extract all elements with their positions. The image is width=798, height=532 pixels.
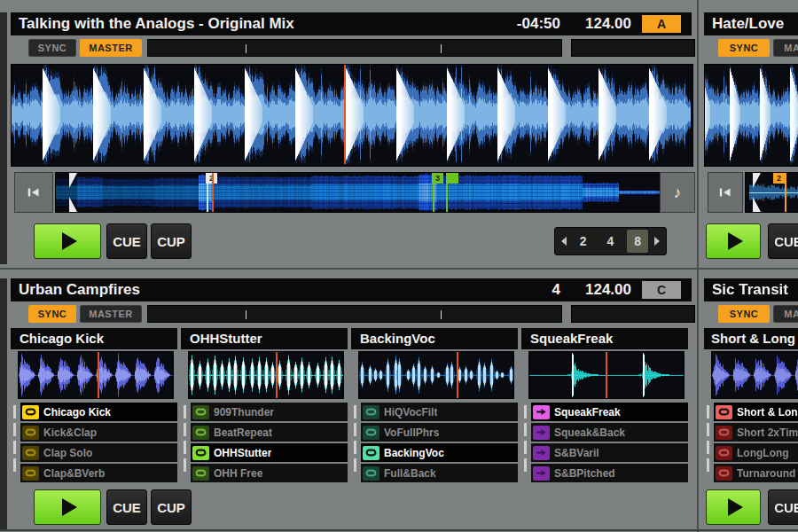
- slot-1-cell-3[interactable]: Clap Solo: [20, 443, 177, 462]
- deck-c-beat-phase-meter: [147, 305, 562, 323]
- slot-4-cell-2[interactable]: Squeak&Back: [531, 423, 688, 442]
- slot-d1-cell-2[interactable]: Short 2xTime: [714, 423, 798, 442]
- cell-volume-bar[interactable]: [13, 441, 16, 454]
- deck-b-sync-button[interactable]: SYNC: [718, 39, 770, 57]
- slot-2-volume-strip[interactable]: [181, 403, 189, 484]
- slot-3-waveform[interactable]: [359, 352, 513, 398]
- slot-d1-waveform-panel[interactable]: [711, 351, 798, 399]
- slot-3-cell-1[interactable]: HiQVocFilt: [361, 403, 518, 421]
- cell-volume-bar[interactable]: [354, 405, 356, 419]
- slot-1-volume-strip[interactable]: [11, 403, 19, 484]
- deck-c-master-button[interactable]: MASTER: [80, 305, 142, 323]
- deck-c-sync-button[interactable]: SYNC: [28, 305, 76, 323]
- cell-volume-bar[interactable]: [707, 441, 709, 454]
- deck-b-skip-to-start-button[interactable]: [708, 172, 743, 213]
- deck-b-main-waveform[interactable]: [705, 65, 798, 164]
- cell-volume-bar[interactable]: [13, 458, 16, 472]
- slot-d1-cell-4[interactable]: Turnaround: [714, 464, 798, 482]
- cell-volume-bar[interactable]: [184, 458, 186, 472]
- deck-b-play-button[interactable]: [706, 223, 761, 259]
- slot-1-waveform[interactable]: [19, 352, 173, 398]
- deck-a-beatjump-note-button[interactable]: ♪: [660, 172, 695, 213]
- cell-volume-bar[interactable]: [524, 423, 527, 436]
- slot-1-cell-1[interactable]: Chicago Kick: [20, 403, 177, 421]
- slot-4-cell-3[interactable]: S&BVaril: [531, 443, 688, 462]
- deck-a-letter-badge[interactable]: A: [642, 15, 681, 33]
- deck-d-sync-button[interactable]: SYNC: [718, 305, 770, 323]
- move-size-next-icon[interactable]: [654, 237, 660, 246]
- cell-volume-bar[interactable]: [354, 423, 356, 436]
- deck-d-cue-button[interactable]: CUE: [768, 489, 798, 525]
- deck-b-master-button[interactable]: MASTER: [773, 39, 798, 57]
- cell-volume-bar[interactable]: [707, 405, 709, 419]
- move-size-prev-icon[interactable]: [561, 237, 567, 246]
- deck-a-hotcue-3-marker[interactable]: 3: [433, 173, 434, 212]
- slot-2-cell-4[interactable]: OHH Free: [191, 464, 348, 482]
- slot-4-cell-1[interactable]: SqueakFreak: [531, 403, 688, 421]
- deck-a-waveform-panel[interactable]: [11, 64, 693, 167]
- deck-c-cue-button[interactable]: CUE: [106, 489, 147, 525]
- deck-a-loop-marker[interactable]: [446, 173, 448, 212]
- slot-1-cell-4[interactable]: Clap&BVerb: [20, 464, 177, 482]
- cell-volume-bar[interactable]: [184, 423, 186, 436]
- deck-a-master-button[interactable]: MASTER: [80, 39, 142, 57]
- deck-a-hotcue-2-marker[interactable]: 2: [207, 173, 208, 212]
- slot-3-volume-strip[interactable]: [351, 403, 359, 484]
- slot-2-cell-1[interactable]: 909Thunder: [191, 403, 348, 421]
- deck-a-main-waveform[interactable]: [12, 65, 691, 164]
- cell-label: OHHStutter: [214, 447, 271, 459]
- deck-a-sync-button[interactable]: SYNC: [28, 39, 76, 57]
- slot-2-waveform-panel[interactable]: [188, 351, 344, 399]
- deck-d-play-button[interactable]: [706, 489, 761, 525]
- deck-a-play-button[interactable]: [34, 223, 101, 259]
- slot-1-waveform-panel[interactable]: [18, 351, 174, 399]
- deck-a-cup-button[interactable]: CUP: [151, 223, 192, 259]
- move-size-option-4[interactable]: 4: [600, 234, 622, 248]
- slot-2-waveform[interactable]: [189, 352, 343, 398]
- move-size-option-2[interactable]: 2: [573, 234, 594, 248]
- deck-c-bpm-display[interactable]: 124.00: [585, 281, 631, 299]
- cell-volume-bar[interactable]: [13, 423, 16, 436]
- cell-volume-bar[interactable]: [524, 441, 527, 454]
- slot-d1-volume-strip[interactable]: [704, 403, 712, 484]
- cell-volume-bar[interactable]: [184, 405, 186, 419]
- slot-3-waveform-panel[interactable]: [358, 351, 514, 399]
- deck-a-skip-to-start-button[interactable]: [14, 172, 53, 213]
- slot-1-cell-2[interactable]: Kick&Clap: [20, 423, 177, 442]
- cell-volume-bar[interactable]: [707, 458, 709, 472]
- deck-d-master-button[interactable]: MASTER: [773, 305, 798, 323]
- slot-2-cell-3[interactable]: OHHStutter: [191, 443, 348, 462]
- deck-a-stripe-overview[interactable]: 2 3: [55, 172, 661, 213]
- deck-d: Sic Transit SYNC MASTER Short & Long Sho…: [700, 275, 798, 530]
- slot-3-cell-4[interactable]: Full&Back: [361, 464, 518, 482]
- cell-volume-bar[interactable]: [524, 458, 527, 472]
- slot-d1-cell-1[interactable]: Short & Long: [714, 403, 798, 421]
- deck-a-stripe-waveform[interactable]: [56, 173, 661, 212]
- cell-volume-bar[interactable]: [354, 458, 356, 472]
- move-size-option-8-selected[interactable]: 8: [627, 230, 648, 253]
- deck-b-stripe-overview[interactable]: 2: [745, 172, 798, 213]
- deck-b-header: Hate/Love: [704, 12, 798, 35]
- cell-volume-bar[interactable]: [707, 423, 709, 436]
- cell-volume-bar[interactable]: [184, 441, 186, 454]
- slot-2-cell-2[interactable]: BeatRepeat: [191, 423, 348, 442]
- deck-a-bpm-display[interactable]: 124.00: [585, 15, 631, 33]
- deck-a-cue-button[interactable]: CUE: [106, 223, 147, 259]
- slot-4-volume-strip[interactable]: [521, 403, 529, 484]
- slot-d1-waveform[interactable]: [712, 352, 798, 398]
- slot-4-waveform[interactable]: [529, 352, 684, 398]
- deck-b-hotcue-2-marker[interactable]: 2: [785, 173, 786, 212]
- cell-volume-bar[interactable]: [354, 441, 356, 454]
- deck-b-waveform-panel[interactable]: [704, 64, 798, 167]
- cell-volume-bar[interactable]: [13, 405, 16, 419]
- slot-3-cell-3[interactable]: BackingVoc: [361, 443, 518, 462]
- deck-c-letter-badge[interactable]: C: [642, 281, 681, 299]
- slot-4-cell-4[interactable]: S&BPitched: [531, 464, 688, 482]
- deck-b-cue-button[interactable]: CUE: [768, 223, 798, 259]
- slot-3-cell-2[interactable]: VoFullPhrs: [361, 423, 518, 442]
- slot-4-waveform-panel[interactable]: [528, 351, 685, 399]
- deck-c-play-button[interactable]: [34, 489, 101, 525]
- deck-c-cup-button[interactable]: CUP: [151, 489, 192, 525]
- cell-volume-bar[interactable]: [524, 405, 527, 419]
- slot-d1-cell-3[interactable]: LongLong: [714, 443, 798, 462]
